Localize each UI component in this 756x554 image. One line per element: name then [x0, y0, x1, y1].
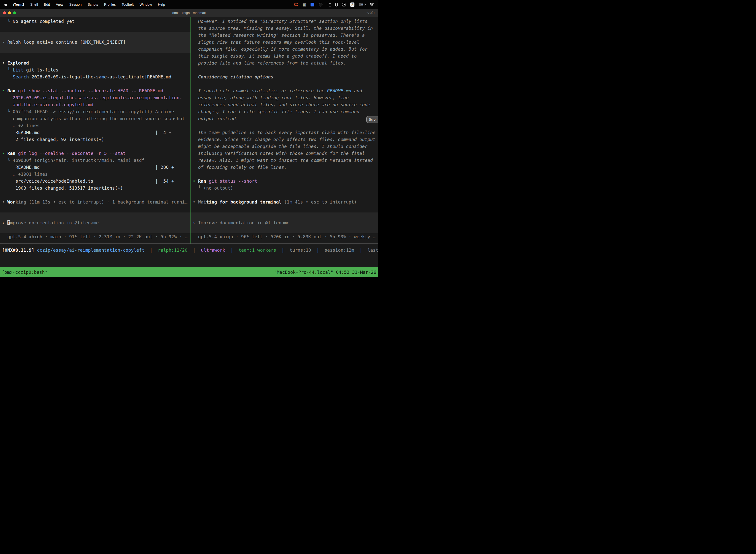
text-segment: gpt-5.4 xhigh · 96% left · 520K in · 5.8… [193, 234, 376, 239]
input-source-icon[interactable]: A [350, 2, 355, 7]
omx-status-lines: [OMX#0.11.9] cczip/essay/ai-reimplementa… [2, 247, 378, 254]
blue-app-icon[interactable] [311, 3, 314, 6]
text-segment: (no output) [203, 185, 233, 190]
text-segment: Improve documentation in @filename [198, 220, 290, 225]
menu-item-view[interactable]: View [56, 2, 63, 6]
omx-status-area: [OMX#0.11.9] cczip/essay/ai-reimplementa… [0, 243, 378, 267]
terminal-line [2, 53, 190, 60]
terminal-line [193, 206, 378, 213]
terminal-line: I could cite commit statistics or refere… [193, 88, 378, 94]
text-segment: references need actual files, and since … [193, 102, 370, 107]
text-segment: • [2, 199, 7, 205]
menu-item-iterm2[interactable]: iTerm2 [13, 2, 24, 6]
terminal-line [193, 80, 378, 88]
text-segment: Ran [7, 88, 16, 93]
text-segment: gpt-5.4 xhigh · main · 91% left · 2.31M … [2, 234, 188, 239]
keyboard-icon[interactable]: ▦ [303, 3, 306, 6]
text-segment: evidence. Since this change only affects… [193, 137, 376, 142]
apps-grid-icon[interactable] [327, 2, 331, 6]
terminal-line: companion file, especially if more comme… [193, 46, 378, 53]
menu-item-help[interactable]: Help [158, 2, 165, 6]
text-segment: | [188, 247, 201, 253]
terminal-line [2, 80, 190, 88]
terminal-line: changes, I can't cite specific file line… [193, 108, 378, 115]
terminal-line: └ List git ls-files [2, 66, 190, 73]
terminal-line: slight risk that future readers may over… [193, 39, 378, 46]
omx-status-line: [OMX#0.11.9] cczip/essay/ai-reimplementa… [2, 247, 378, 254]
terminal-line: 2026-03-09-is-legal-the-same-as-legitima… [2, 94, 190, 101]
terminal-line: essay file, along with finding root file… [193, 94, 378, 101]
zoom-button[interactable] [13, 11, 16, 14]
window-titlebar[interactable]: omx --xhigh --madmax ⌥⌘1 [0, 9, 378, 17]
text-segment: and-the-erosion-of-copyleft.md [2, 102, 93, 107]
text-segment: git show --stat --oneline --decorate HEA… [18, 88, 163, 93]
session-status-line: gpt-5.4 xhigh · 96% left · 520K in · 5.8… [193, 233, 378, 240]
terminal-line: of focusing solely on file lines. [193, 164, 378, 171]
text-segment: README.md [327, 88, 352, 93]
text-segment: (11m 13s • esc to interrupt) · 1 backgro… [29, 199, 187, 205]
working-status: • Working (11m 13s • esc to interrupt) ·… [2, 199, 190, 206]
right-terminal-pane[interactable]: However, I noticed the "Directory Struct… [191, 17, 378, 243]
apple-menu-icon[interactable] [4, 2, 7, 6]
screen-recording-icon[interactable] [295, 3, 298, 6]
terminal-line [191, 213, 378, 219]
menu-item-shell[interactable]: Shell [30, 2, 38, 6]
text-segment: • [2, 60, 7, 65]
text-segment: the "Related research writing" section i… [193, 33, 365, 38]
text-segment: ting for background terminal [206, 199, 281, 205]
text-segment: └ [2, 158, 13, 163]
text-segment: • [193, 199, 198, 205]
text-segment: king [15, 199, 26, 205]
text-segment: essay file, along with finding root file… [193, 95, 349, 100]
terminal-line: the "Related research writing" section i… [193, 32, 378, 39]
phone-icon[interactable] [335, 3, 337, 6]
screen-share-notification[interactable]: Scre [366, 116, 378, 123]
dark-app-icon[interactable] [319, 3, 322, 6]
terminal-line [2, 191, 190, 199]
text-segment [15, 88, 18, 93]
text-segment: └ [2, 109, 13, 114]
left-terminal-pane[interactable]: └ No agents completed yet› Ralph loop ac… [0, 17, 190, 243]
text-segment: Ralph loop active continue [OMX_TMUX_INJ… [7, 40, 126, 45]
session-status-line: gpt-5.4 xhigh · main · 91% left · 2.31M … [2, 233, 190, 240]
text-segment: Wai [198, 199, 206, 205]
tmux-status-bar: [omx-cczip0:bash* "MacBook-Pro-44.local"… [0, 267, 378, 277]
text-segment: | [225, 247, 239, 253]
text-segment: Search [13, 74, 29, 79]
text-segment: Wor [7, 199, 16, 205]
terminal-line [0, 213, 190, 219]
terminal-line [0, 226, 190, 233]
command-input[interactable]: › Improve documentation in @filename [0, 219, 190, 226]
text-segment: … +2 lines [2, 123, 40, 128]
menu-item-window[interactable]: Window [140, 2, 152, 6]
close-button[interactable] [3, 11, 6, 14]
text-segment: • [193, 178, 198, 184]
text-segment: 067f154 (HEAD -> essay/ai-reimplementati… [13, 109, 174, 114]
text-segment: (1m 41s • esc to interrupt) [284, 199, 357, 205]
text-segment: git ls-files [23, 67, 59, 72]
terminal-line: … +2 lines [2, 122, 190, 129]
menu-item-scripts[interactable]: Scripts [87, 2, 98, 6]
battery-icon[interactable]: 61 [359, 3, 365, 6]
text-segment: └ [2, 67, 13, 72]
text-segment: | [276, 247, 290, 253]
menu-item-toolbelt[interactable]: Toolbelt [122, 2, 134, 6]
command-input[interactable]: › Improve documentation in @filename [191, 219, 378, 226]
menu-item-session[interactable]: Session [69, 2, 82, 6]
text-segment: 1903 files changed, 513517 insertions(+) [2, 185, 123, 190]
text-segment: the source tree, missing the essay. Stil… [193, 25, 373, 31]
text-segment: git log --oneline --decorate -n 5 --stat [18, 151, 126, 156]
terminal-line [2, 206, 190, 213]
wifi-icon[interactable] [370, 3, 374, 6]
clock-icon[interactable] [342, 3, 346, 6]
minimize-button[interactable] [8, 11, 11, 14]
text-segment: | [354, 247, 368, 253]
terminal-line: the source tree, missing the essay. Stil… [193, 25, 378, 32]
menubar-items: ShellEditViewSessionScriptsProfilesToolb… [30, 2, 165, 6]
menu-item-profiles[interactable]: Profiles [104, 2, 116, 6]
menu-item-edit[interactable]: Edit [44, 2, 50, 6]
terminal-line: However, I noticed the "Directory Struct… [193, 18, 378, 25]
text-segment: 2026-03-09-is-legal-the-same-as-legitima… [2, 95, 182, 100]
terminal-line [2, 25, 190, 32]
text-segment: | [311, 247, 324, 253]
